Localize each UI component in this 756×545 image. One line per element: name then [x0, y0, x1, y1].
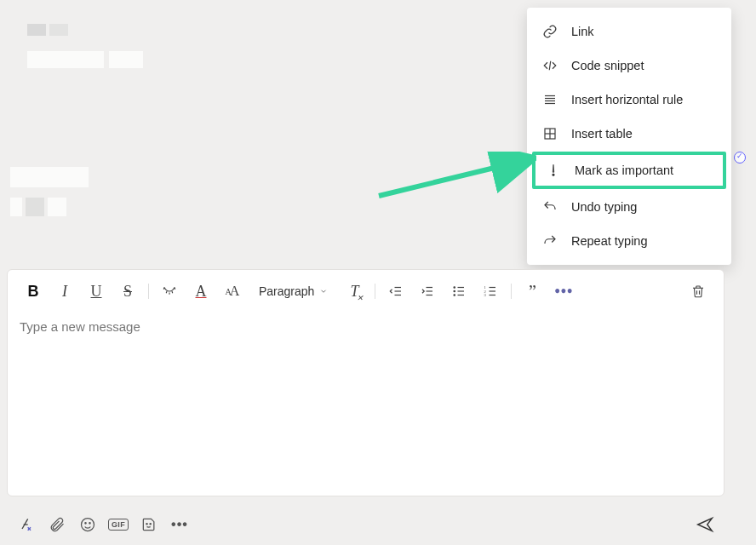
discard-button[interactable]: [684, 278, 712, 304]
bullet-list-button[interactable]: [445, 278, 472, 304]
svg-line-2: [379, 160, 526, 196]
svg-point-11: [89, 523, 90, 524]
chevron-down-icon: [319, 287, 328, 295]
more-format-button[interactable]: •••: [550, 278, 577, 304]
format-context-menu: Link Code snippet Insert horizontal rule…: [527, 8, 731, 265]
format-toolbar: B I U S A AA Paragraph T✕: [8, 270, 724, 309]
svg-point-5: [454, 295, 455, 296]
table-icon: [542, 126, 558, 141]
important-icon: [546, 163, 561, 178]
annotation-arrow-icon: [375, 152, 536, 203]
toolbar-separator: [148, 284, 149, 299]
svg-point-10: [85, 523, 86, 524]
attach-button[interactable]: [48, 515, 66, 534]
seen-badge-icon: [734, 152, 746, 164]
highlight-button[interactable]: [156, 278, 183, 304]
redacted-background: [0, 0, 255, 238]
bold-button[interactable]: B: [20, 278, 47, 304]
menu-label: Repeat typing: [571, 234, 647, 248]
clear-format-button[interactable]: T✕: [341, 278, 368, 304]
undo-icon: [542, 199, 558, 215]
svg-point-12: [146, 524, 147, 525]
send-button[interactable]: [696, 515, 714, 534]
more-actions-button[interactable]: •••: [170, 515, 189, 534]
numbered-list-button[interactable]: 1 2 3: [477, 278, 504, 304]
menu-item-insert-hr[interactable]: Insert horizontal rule: [527, 83, 731, 117]
menu-item-mark-important[interactable]: Mark as important: [532, 152, 726, 189]
gif-button[interactable]: GIF: [109, 515, 128, 534]
compose-action-bar: GIF •••: [7, 508, 724, 542]
menu-label: Mark as important: [575, 164, 673, 177]
compose-editor: B I U S A AA Paragraph T✕: [7, 269, 724, 496]
svg-point-1: [553, 174, 554, 175]
paragraph-style-dropdown[interactable]: Paragraph: [250, 284, 336, 298]
svg-point-3: [454, 287, 455, 289]
menu-label: Insert horizontal rule: [571, 93, 683, 106]
strikethrough-button[interactable]: S: [114, 278, 141, 304]
underline-button[interactable]: U: [83, 278, 110, 304]
italic-button[interactable]: I: [51, 278, 78, 304]
svg-text:3: 3: [484, 293, 487, 297]
font-size-button[interactable]: AA: [219, 278, 246, 304]
menu-label: Link: [571, 25, 594, 38]
menu-item-repeat-typing[interactable]: Repeat typing: [527, 224, 731, 258]
gif-label: GIF: [108, 519, 129, 531]
font-color-button[interactable]: A: [187, 278, 215, 304]
message-input[interactable]: Type a new message: [8, 309, 724, 496]
emoji-button[interactable]: [78, 515, 97, 534]
svg-point-9: [82, 519, 94, 531]
quote-button[interactable]: ”: [518, 278, 546, 304]
menu-label: Code snippet: [571, 59, 644, 72]
svg-point-4: [454, 290, 455, 292]
toolbar-separator: [375, 284, 375, 299]
menu-item-code-snippet[interactable]: Code snippet: [527, 49, 731, 83]
menu-item-undo-typing[interactable]: Undo typing: [527, 190, 731, 224]
menu-item-link[interactable]: Link: [527, 14, 731, 49]
toolbar-separator: [511, 284, 512, 299]
menu-label: Insert table: [571, 127, 633, 141]
redo-icon: [542, 233, 558, 249]
indent-button[interactable]: [414, 278, 441, 304]
outdent-button[interactable]: [382, 278, 410, 304]
sticker-button[interactable]: [140, 515, 158, 534]
horizontal-rule-icon: [542, 92, 558, 107]
code-icon: [542, 58, 558, 73]
paragraph-label: Paragraph: [259, 284, 314, 298]
format-toggle-button[interactable]: [17, 515, 36, 534]
svg-point-13: [150, 524, 151, 525]
menu-item-insert-table[interactable]: Insert table: [527, 117, 731, 151]
menu-label: Undo typing: [571, 200, 637, 214]
link-icon: [542, 24, 558, 39]
